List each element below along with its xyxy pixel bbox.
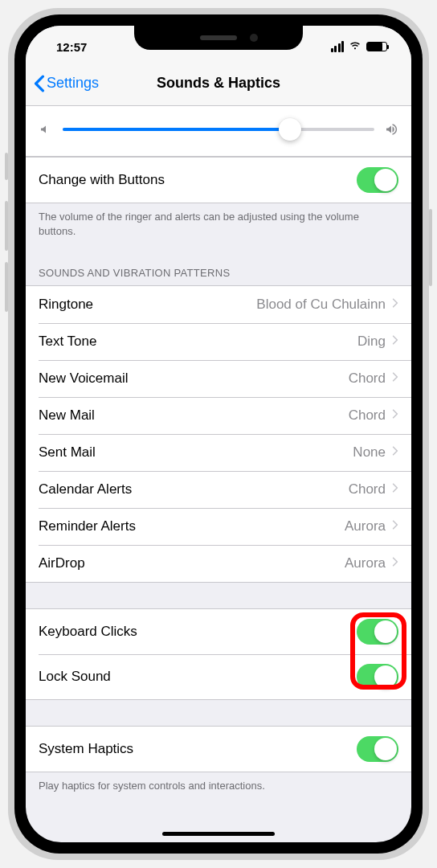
pattern-label: AirDrop (39, 555, 85, 571)
chevron-right-icon (392, 444, 398, 461)
chevron-right-icon (392, 481, 398, 497)
volume-down (5, 262, 8, 312)
change-with-buttons-row: Change with Buttons (26, 158, 411, 203)
pattern-row[interactable]: RingtoneBlood of Cu Chulainn (26, 286, 411, 323)
pattern-value: Blood of Cu Chulainn (256, 297, 398, 313)
pattern-label: Text Tone (39, 334, 96, 350)
pattern-label: Reminder Alerts (39, 518, 136, 534)
volume-high-icon (384, 122, 398, 137)
back-label: Settings (47, 75, 99, 92)
change-with-buttons-toggle[interactable] (357, 167, 398, 193)
home-indicator[interactable] (162, 832, 275, 836)
system-haptics-toggle[interactable] (357, 736, 398, 762)
chevron-right-icon (392, 334, 398, 350)
pattern-row[interactable]: AirDropAurora (26, 545, 411, 582)
pattern-label: Ringtone (39, 297, 93, 313)
pattern-label: New Mail (39, 407, 95, 424)
pattern-row[interactable]: New VoicemailChord (26, 360, 411, 397)
pattern-value: Ding (357, 334, 398, 350)
ringer-volume-slider-row (26, 106, 411, 157)
haptics-footer: Play haptics for system controls and int… (26, 772, 411, 806)
keyboard-clicks-label: Keyboard Clicks (39, 624, 137, 640)
battery-icon (366, 42, 387, 51)
chevron-right-icon (392, 555, 398, 571)
pattern-label: Sent Mail (39, 444, 96, 461)
pattern-value: None (353, 444, 398, 461)
lock-sound-label: Lock Sound (39, 669, 111, 685)
volume-up (5, 201, 8, 251)
change-with-buttons-label: Change with Buttons (39, 172, 165, 188)
navigation-bar: Settings Sounds & Haptics (26, 61, 411, 106)
pattern-value: Chord (349, 481, 398, 497)
keyboard-clicks-toggle[interactable] (357, 619, 398, 645)
pattern-row[interactable]: Sent MailNone (26, 434, 411, 471)
pattern-value: Aurora (345, 555, 398, 571)
chevron-right-icon (392, 518, 398, 534)
pattern-label: Calendar Alerts (39, 481, 132, 497)
chevron-right-icon (392, 407, 398, 424)
pattern-value: Chord (349, 407, 398, 424)
ringer-volume-slider[interactable] (63, 117, 374, 141)
system-haptics-label: System Haptics (39, 741, 133, 757)
pattern-label: New Voicemail (39, 371, 129, 387)
mute-switch (5, 153, 8, 180)
volume-footer: The volume of the ringer and alerts can … (26, 203, 411, 251)
status-time: 12:57 (45, 40, 87, 54)
lock-sound-row: Lock Sound (26, 654, 411, 699)
patterns-header: SOUNDS AND VIBRATION PATTERNS (26, 251, 411, 285)
pattern-row[interactable]: Calendar AlertsChord (26, 471, 411, 508)
volume-low-icon (39, 122, 53, 137)
chevron-left-icon (34, 75, 45, 92)
cellular-icon (331, 41, 345, 52)
lock-sound-toggle[interactable] (357, 664, 398, 690)
pattern-value: Aurora (345, 518, 398, 534)
power-button (429, 209, 432, 286)
system-haptics-row: System Haptics (26, 727, 411, 772)
pattern-row[interactable]: Text ToneDing (26, 323, 411, 360)
device-frame: 12:57 Settings Sounds & Haptics (8, 8, 429, 860)
chevron-right-icon (392, 297, 398, 313)
keyboard-clicks-row: Keyboard Clicks (26, 609, 411, 654)
chevron-right-icon (392, 371, 398, 387)
back-button[interactable]: Settings (34, 75, 99, 92)
pattern-row[interactable]: New MailChord (26, 397, 411, 434)
pattern-value: Chord (349, 371, 398, 387)
wifi-icon (349, 39, 361, 55)
pattern-row[interactable]: Reminder AlertsAurora (26, 508, 411, 545)
device-notch (134, 26, 303, 50)
